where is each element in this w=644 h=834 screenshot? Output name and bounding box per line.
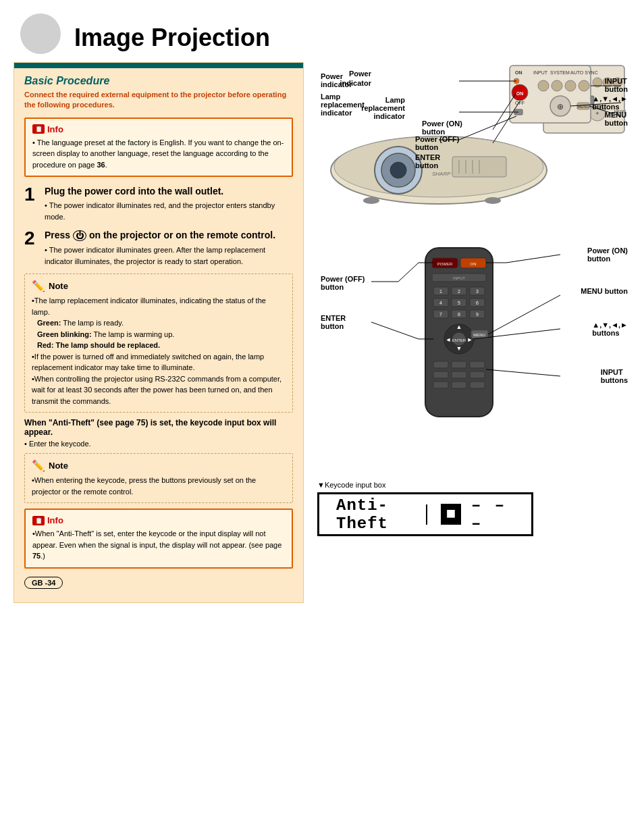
info-box-1: 📋 Info • The language preset at the fact…	[24, 118, 293, 178]
svg-point-20	[538, 80, 549, 91]
step-2: 2 Press ⏻ on the projector or on the rem…	[24, 229, 293, 267]
svg-text:6: 6	[476, 301, 479, 305]
svg-text:INPUT: INPUT	[533, 70, 548, 75]
svg-rect-88	[433, 361, 448, 368]
page-title: Image Projection	[74, 24, 617, 52]
svg-line-101	[371, 322, 419, 339]
svg-point-34	[390, 162, 406, 178]
svg-line-52	[459, 116, 516, 140]
page-number-area: GB -34	[24, 577, 293, 589]
svg-text:INPUT: INPUT	[453, 276, 465, 280]
svg-point-41	[363, 197, 379, 204]
section-title: Basic Procedure	[24, 75, 293, 87]
projector-top-diagram: ON OFF MENU + Power indicator	[317, 62, 628, 211]
lamp-replacement-label: Lampreplacementindicator	[321, 93, 365, 117]
svg-rect-94	[433, 382, 448, 388]
note-label-2: Note	[49, 461, 68, 471]
svg-line-106	[486, 369, 560, 376]
info-icon-1: 📋	[32, 124, 45, 134]
menu-button-label: MENUbutton	[605, 111, 628, 127]
remote-svg: POWER ON INPUT 1 2 3 4 5 6	[317, 241, 628, 444]
info-label-1: Info	[47, 124, 63, 134]
power-on-label: Power (ON)button	[422, 120, 462, 136]
step-2-number: 2	[24, 229, 38, 267]
svg-text:SYSTEM: SYSTEM	[550, 70, 570, 75]
remote-menu-label: MENU button	[581, 287, 628, 295]
svg-text:5: 5	[458, 301, 460, 305]
note-box-2: ✏️ Note •When entering the keycode, pres…	[24, 453, 293, 503]
power-off-label: Power (OFF)button	[415, 135, 459, 151]
info-label-2: Info	[47, 515, 63, 525]
step-2-desc: • The power indicator illuminates green.…	[45, 244, 293, 267]
svg-text:SHARP: SHARP	[432, 171, 451, 177]
svg-text:ON: ON	[516, 91, 524, 96]
svg-text:◄: ◄	[446, 336, 452, 343]
note-icon-1: ✏️	[32, 280, 45, 292]
svg-text:MENU: MENU	[473, 333, 485, 337]
svg-text:▲: ▲	[456, 323, 462, 330]
svg-rect-92	[452, 371, 466, 378]
info-box-2: 📋 Info •When "Anti-Theft" is set, enter …	[24, 509, 293, 569]
svg-text:2: 2	[458, 289, 460, 294]
note-text-2: •When entering the keycode, press the bu…	[32, 475, 286, 497]
svg-rect-95	[452, 382, 466, 388]
projector-body-svg: ON INPUT SYSTEM AUTO SYNC ON OFF ⊕	[317, 62, 628, 211]
remote-power-on-label: Power (ON)button	[587, 246, 628, 263]
svg-rect-89	[452, 361, 466, 368]
power-on-symbol: ⏻	[73, 230, 86, 241]
antitheft-desc: • Enter the keycode.	[24, 440, 293, 448]
input-button-label: INPUT button	[605, 77, 628, 93]
svg-text:▼: ▼	[456, 345, 462, 352]
svg-point-23	[579, 80, 589, 91]
left-content-panel: Basic Procedure Connect the required ext…	[14, 62, 304, 603]
svg-line-103	[506, 255, 560, 263]
note-label-1: Note	[49, 281, 68, 291]
keycode-display-box: Anti-Theft ■ – – –	[317, 492, 533, 536]
svg-text:AUTO SYNC: AUTO SYNC	[570, 70, 598, 75]
step-1-number: 1	[24, 185, 38, 222]
enter-label-top: ENTERbutton	[415, 153, 440, 170]
arrow-buttons-label: ▲,▼,◄,►buttons	[592, 95, 628, 111]
note-text-1: •The lamp replacement indicator illumina…	[32, 295, 286, 407]
svg-line-104	[488, 295, 560, 334]
svg-rect-90	[470, 361, 485, 368]
svg-text:POWER: POWER	[437, 262, 453, 266]
svg-text:ENTER: ENTER	[452, 338, 466, 342]
svg-text:4: 4	[439, 301, 442, 305]
right-diagram-panel: ON OFF MENU + Power indicator	[317, 62, 630, 603]
subtitle-text: Connect the required external equipment …	[24, 90, 293, 111]
info-text-2: •When "Anti-Theft" is set, enter the key…	[32, 528, 285, 562]
svg-line-98	[398, 263, 419, 282]
svg-text:8: 8	[458, 312, 460, 317]
svg-point-22	[565, 80, 576, 91]
power-indicator-label-left: Powerindicator	[321, 72, 352, 88]
svg-text:1: 1	[439, 289, 442, 294]
note-icon-2: ✏️	[32, 459, 45, 472]
page-number: GB -34	[24, 577, 63, 589]
remote-control-diagram: POWER ON INPUT 1 2 3 4 5 6	[317, 241, 628, 457]
keycode-section-label: ▼Keycode input box	[317, 481, 630, 489]
step-1: 1 Plug the power cord into the wall outl…	[24, 185, 293, 222]
svg-rect-93	[470, 371, 485, 378]
antitheft-section: When "Anti-Theft" (see page 75) is set, …	[24, 418, 293, 448]
keycode-display-text: Anti-Theft	[336, 496, 412, 533]
svg-point-21	[552, 80, 562, 91]
keycode-separator	[426, 504, 427, 525]
svg-text:9: 9	[476, 312, 479, 317]
step-1-desc: • The power indicator illuminates red, a…	[45, 200, 293, 222]
svg-text:ON: ON	[515, 70, 522, 75]
keycode-cursor-char: ■	[441, 504, 461, 525]
antitheft-title: When "Anti-Theft" (see page 75) is set, …	[24, 418, 293, 437]
remote-input-label: INPUTbuttons	[601, 368, 628, 384]
title-circle-decoration	[20, 14, 61, 54]
remote-arrows-label: ▲,▼,◄,►buttons	[592, 321, 628, 337]
info-text-1: • The language preset at the factory is …	[32, 137, 285, 171]
svg-point-42	[485, 197, 501, 204]
note-box-1: ✏️ Note •The lamp replacement indicator …	[24, 273, 293, 413]
page-ref-36: 36	[97, 161, 105, 169]
step-1-title: Plug the power cord into the wall outlet…	[45, 185, 293, 197]
teal-bar-decoration	[14, 63, 303, 68]
info-icon-2: 📋	[32, 516, 45, 525]
keycode-dashes: – – –	[471, 496, 514, 533]
remote-enter-label: ENTERbutton	[321, 314, 346, 330]
